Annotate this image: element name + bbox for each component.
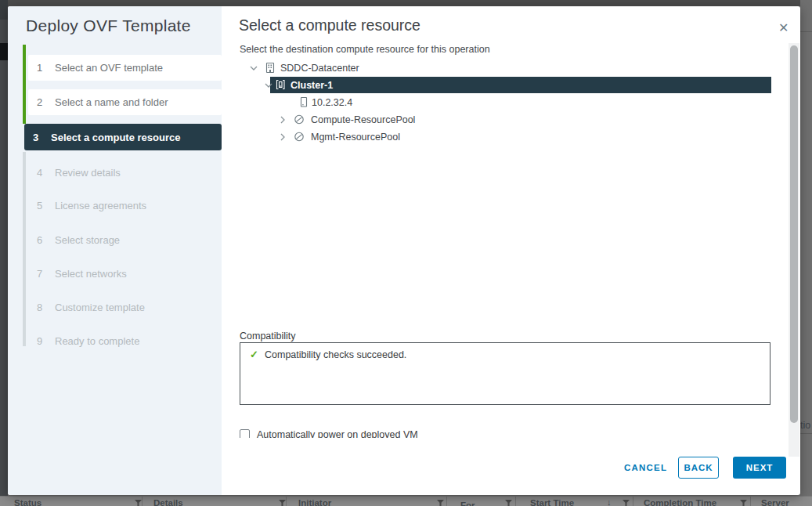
- tree-item-cluster-selected[interactable]: Cluster-1: [8, 77, 771, 94]
- wizard-step-5: 5 License agreements: [28, 193, 222, 219]
- background-divider: [800, 433, 812, 434]
- deploy-ovf-template-dialog: Deploy OVF Template 1 Select an OVF temp…: [8, 6, 800, 495]
- filter-icon: [135, 500, 142, 506]
- tree-item-compute-resource-pool[interactable]: Compute-ResourcePool: [8, 111, 771, 128]
- compatibility-label: Compatibility: [240, 331, 296, 342]
- datacenter-icon: [265, 62, 276, 74]
- filter-icon: [279, 500, 286, 506]
- page-title: Select a compute resource: [239, 16, 420, 34]
- host-icon: [298, 96, 309, 108]
- resource-pool-icon: [294, 131, 305, 143]
- resource-pool-icon: [294, 114, 305, 125]
- background-top-bar: [8, 0, 800, 6]
- column-divider: [142, 497, 143, 506]
- column-initiator: Initiator: [298, 498, 331, 506]
- wizard-step-4: 4 Review details: [28, 160, 222, 186]
- column-details: Details: [153, 498, 183, 506]
- background-left-nav-top: [0, 0, 8, 20]
- filter-icon: [437, 500, 444, 506]
- back-button[interactable]: BACK: [678, 457, 719, 479]
- wizard-step-6: 6 Select storage: [28, 227, 222, 253]
- next-button[interactable]: NEXT: [733, 457, 786, 479]
- cancel-button[interactable]: CANCEL: [624, 463, 667, 472]
- recent-tasks-header: Status Details Initiator For Start Time …: [0, 496, 812, 506]
- background-left-nav-selected: [0, 43, 8, 60]
- cluster-icon: [275, 79, 287, 91]
- filter-icon: [505, 500, 512, 506]
- tree-item-datacenter[interactable]: SDDC-Datacenter: [8, 60, 771, 77]
- progress-track-remaining: [23, 152, 26, 346]
- sort-descending-icon: ↓: [607, 497, 612, 506]
- close-icon[interactable]: ✕: [778, 20, 789, 35]
- filter-icon: [740, 500, 747, 506]
- power-on-checkbox-label: Automatically power on deployed VM: [257, 429, 418, 438]
- column-for: For: [460, 501, 475, 506]
- column-status: Status: [14, 498, 42, 506]
- tree-item-host[interactable]: 10.2.32.4: [8, 94, 771, 111]
- power-on-checkbox[interactable]: [240, 429, 250, 438]
- column-server: Server: [761, 498, 789, 506]
- tree-item-mgmt-resource-pool[interactable]: Mgmt-ResourcePool: [8, 128, 771, 146]
- compatibility-message: Compatibility checks succeeded.: [265, 349, 406, 360]
- chevron-right-icon[interactable]: [278, 132, 287, 142]
- column-divider: [633, 497, 633, 506]
- screen: tio Status Details Initiator For Start T…: [0, 0, 812, 506]
- column-divider: [750, 497, 751, 506]
- wizard-step-8: 8 Customize template: [28, 295, 222, 320]
- background-divider: [800, 31, 812, 32]
- wizard-step-7: 7 Select networks: [28, 261, 222, 287]
- column-completion-time: Completion Time: [644, 498, 716, 506]
- chevron-down-icon[interactable]: [249, 63, 258, 73]
- success-check-icon: ✓: [250, 349, 258, 360]
- chevron-down-icon[interactable]: [264, 81, 273, 90]
- vertical-scrollbar-track[interactable]: [789, 43, 799, 457]
- column-divider: [446, 497, 447, 506]
- filter-icon: [623, 500, 630, 506]
- dialog-title: Deploy OVF Template: [26, 16, 191, 35]
- background-text-fragment: tio: [800, 420, 810, 431]
- chevron-right-icon[interactable]: [278, 115, 287, 125]
- power-on-checkbox-row: Automatically power on deployed VM: [240, 428, 537, 438]
- column-divider: [286, 497, 287, 506]
- wizard-step-9: 9 Ready to complete: [28, 328, 222, 354]
- compatibility-panel: ✓ Compatibility checks succeeded.: [240, 342, 770, 405]
- page-subtitle: Select the destination compute resource …: [240, 44, 490, 55]
- column-start-time: Start Time: [530, 498, 574, 506]
- vertical-scrollbar-thumb[interactable]: [790, 45, 798, 423]
- background-left-nav: [0, 0, 8, 506]
- column-divider: [515, 497, 516, 506]
